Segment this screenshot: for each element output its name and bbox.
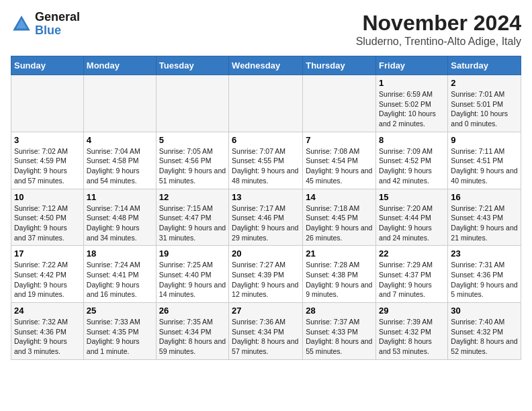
calendar-cell: 3Sunrise: 7:02 AM Sunset: 4:59 PM Daylig… [11,132,84,189]
day-number: 9 [451,135,518,145]
calendar-cell: 15Sunrise: 7:20 AM Sunset: 4:44 PM Dayli… [376,189,448,246]
day-number: 2 [451,78,518,88]
day-info: Sunrise: 7:01 AM Sunset: 5:01 PM Dayligh… [451,89,518,129]
day-header-sunday: Sunday [11,56,84,75]
calendar-cell: 14Sunrise: 7:18 AM Sunset: 4:45 PM Dayli… [303,189,376,246]
day-info: Sunrise: 7:31 AM Sunset: 4:36 PM Dayligh… [451,260,518,300]
day-info: Sunrise: 7:28 AM Sunset: 4:38 PM Dayligh… [306,260,373,300]
day-number: 10 [14,192,81,202]
calendar-cell: 17Sunrise: 7:22 AM Sunset: 4:42 PM Dayli… [11,246,84,303]
day-info: Sunrise: 7:18 AM Sunset: 4:45 PM Dayligh… [306,203,373,243]
week-row: 24Sunrise: 7:32 AM Sunset: 4:36 PM Dayli… [11,303,521,360]
calendar-cell: 2Sunrise: 7:01 AM Sunset: 5:01 PM Daylig… [448,75,521,132]
day-info: Sunrise: 7:09 AM Sunset: 4:52 PM Dayligh… [379,146,445,186]
calendar-cell [83,75,156,132]
day-info: Sunrise: 7:35 AM Sunset: 4:34 PM Dayligh… [159,317,226,357]
day-number: 28 [306,306,373,316]
day-info: Sunrise: 7:29 AM Sunset: 4:37 PM Dayligh… [379,260,445,300]
day-number: 19 [159,248,226,259]
calendar-table: SundayMondayTuesdayWednesdayThursdayFrid… [11,56,521,360]
day-header-wednesday: Wednesday [229,56,303,75]
day-info: Sunrise: 7:36 AM Sunset: 4:34 PM Dayligh… [232,317,300,357]
day-number: 25 [87,306,153,316]
week-row: 3Sunrise: 7:02 AM Sunset: 4:59 PM Daylig… [11,132,521,189]
day-info: Sunrise: 6:59 AM Sunset: 5:02 PM Dayligh… [379,89,445,129]
calendar-cell: 21Sunrise: 7:28 AM Sunset: 4:38 PM Dayli… [303,246,376,303]
calendar-cell: 7Sunrise: 7:08 AM Sunset: 4:54 PM Daylig… [303,132,376,189]
calendar-cell: 22Sunrise: 7:29 AM Sunset: 4:37 PM Dayli… [376,246,448,303]
day-number: 11 [87,192,153,202]
day-number: 20 [232,248,300,259]
month-title: November 2024 [356,11,521,36]
day-info: Sunrise: 7:21 AM Sunset: 4:43 PM Dayligh… [451,203,518,243]
day-number: 24 [14,306,81,316]
day-info: Sunrise: 7:04 AM Sunset: 4:58 PM Dayligh… [87,146,153,186]
calendar-cell: 27Sunrise: 7:36 AM Sunset: 4:34 PM Dayli… [229,303,303,360]
day-info: Sunrise: 7:02 AM Sunset: 4:59 PM Dayligh… [14,146,81,186]
day-number: 30 [451,306,518,316]
calendar-cell: 24Sunrise: 7:32 AM Sunset: 4:36 PM Dayli… [11,303,84,360]
logo-icon [11,13,32,35]
calendar-cell: 10Sunrise: 7:12 AM Sunset: 4:50 PM Dayli… [11,189,84,246]
logo-line1: General [35,11,80,24]
day-number: 13 [232,192,300,202]
calendar-cell [156,75,228,132]
calendar-cell: 25Sunrise: 7:33 AM Sunset: 4:35 PM Dayli… [83,303,156,360]
day-info: Sunrise: 7:12 AM Sunset: 4:50 PM Dayligh… [14,203,81,243]
calendar-cell: 26Sunrise: 7:35 AM Sunset: 4:34 PM Dayli… [156,303,228,360]
header: General Blue November 2024 Sluderno, Tre… [11,11,521,48]
calendar-cell: 16Sunrise: 7:21 AM Sunset: 4:43 PM Dayli… [448,189,521,246]
day-number: 1 [379,78,445,88]
calendar-cell: 8Sunrise: 7:09 AM Sunset: 4:52 PM Daylig… [376,132,448,189]
day-number: 7 [306,135,373,145]
day-number: 14 [306,192,373,202]
day-info: Sunrise: 7:11 AM Sunset: 4:51 PM Dayligh… [451,146,518,186]
day-header-friday: Friday [376,56,448,75]
title-area: November 2024 Sluderno, Trentino-Alto Ad… [356,11,521,48]
calendar-cell: 13Sunrise: 7:17 AM Sunset: 4:46 PM Dayli… [229,189,303,246]
day-number: 18 [87,248,153,259]
day-info: Sunrise: 7:05 AM Sunset: 4:56 PM Dayligh… [159,146,226,186]
calendar-cell: 19Sunrise: 7:25 AM Sunset: 4:40 PM Dayli… [156,246,228,303]
day-number: 6 [232,135,300,145]
header-row: SundayMondayTuesdayWednesdayThursdayFrid… [11,56,521,75]
day-info: Sunrise: 7:25 AM Sunset: 4:40 PM Dayligh… [159,260,226,300]
day-info: Sunrise: 7:37 AM Sunset: 4:33 PM Dayligh… [306,317,373,357]
calendar-cell: 11Sunrise: 7:14 AM Sunset: 4:48 PM Dayli… [83,189,156,246]
day-number: 4 [87,135,153,145]
day-info: Sunrise: 7:14 AM Sunset: 4:48 PM Dayligh… [87,203,153,243]
day-info: Sunrise: 7:07 AM Sunset: 4:55 PM Dayligh… [232,146,300,186]
calendar-cell: 23Sunrise: 7:31 AM Sunset: 4:36 PM Dayli… [448,246,521,303]
day-header-monday: Monday [83,56,156,75]
day-number: 27 [232,306,300,316]
week-row: 1Sunrise: 6:59 AM Sunset: 5:02 PM Daylig… [11,75,521,132]
calendar-cell: 6Sunrise: 7:07 AM Sunset: 4:55 PM Daylig… [229,132,303,189]
week-row: 10Sunrise: 7:12 AM Sunset: 4:50 PM Dayli… [11,189,521,246]
day-info: Sunrise: 7:40 AM Sunset: 4:32 PM Dayligh… [451,317,518,357]
day-info: Sunrise: 7:08 AM Sunset: 4:54 PM Dayligh… [306,146,373,186]
day-info: Sunrise: 7:17 AM Sunset: 4:46 PM Dayligh… [232,203,300,243]
day-info: Sunrise: 7:20 AM Sunset: 4:44 PM Dayligh… [379,203,445,243]
day-number: 29 [379,306,445,316]
day-header-thursday: Thursday [303,56,376,75]
calendar-cell: 28Sunrise: 7:37 AM Sunset: 4:33 PM Dayli… [303,303,376,360]
day-info: Sunrise: 7:15 AM Sunset: 4:47 PM Dayligh… [159,203,226,243]
day-number: 3 [14,135,81,145]
calendar-cell: 12Sunrise: 7:15 AM Sunset: 4:47 PM Dayli… [156,189,228,246]
day-header-tuesday: Tuesday [156,56,228,75]
calendar-cell [11,75,84,132]
day-info: Sunrise: 7:27 AM Sunset: 4:39 PM Dayligh… [232,260,300,300]
calendar-cell: 18Sunrise: 7:24 AM Sunset: 4:41 PM Dayli… [83,246,156,303]
calendar-cell: 4Sunrise: 7:04 AM Sunset: 4:58 PM Daylig… [83,132,156,189]
day-number: 21 [306,248,373,259]
calendar-cell: 29Sunrise: 7:39 AM Sunset: 4:32 PM Dayli… [376,303,448,360]
day-info: Sunrise: 7:33 AM Sunset: 4:35 PM Dayligh… [87,317,153,357]
week-row: 17Sunrise: 7:22 AM Sunset: 4:42 PM Dayli… [11,246,521,303]
day-number: 26 [159,306,226,316]
logo: General Blue [11,11,80,38]
day-number: 12 [159,192,226,202]
calendar-cell: 1Sunrise: 6:59 AM Sunset: 5:02 PM Daylig… [376,75,448,132]
calendar-cell [303,75,376,132]
day-info: Sunrise: 7:22 AM Sunset: 4:42 PM Dayligh… [14,260,81,300]
day-number: 23 [451,248,518,259]
